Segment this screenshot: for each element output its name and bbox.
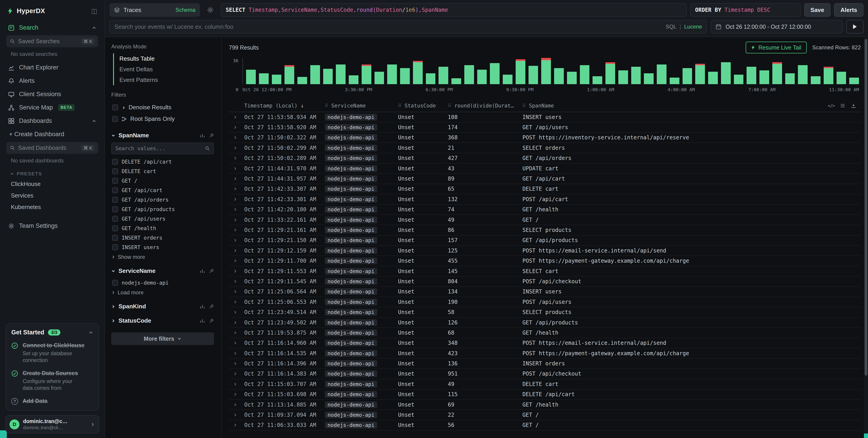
pin-icon[interactable]: [209, 268, 214, 273]
bar-chart-icon[interactable]: [200, 304, 205, 309]
date-range-picker[interactable]: Oct 26 12:00:00 - Oct 27 12:00:00: [711, 20, 843, 33]
lucene-search-input[interactable]: Search your events w/ Lucene ex. column:…: [110, 20, 707, 33]
col-spanname[interactable]: ⠿ SpanName: [520, 103, 828, 109]
histogram-bar[interactable]: [529, 66, 538, 84]
table-row[interactable]: Oct 27 11:33:22.161 AMnodejs-demo-apiUns…: [229, 215, 861, 225]
vertical-scrollbar[interactable]: [864, 37, 868, 438]
row-expand-icon[interactable]: [229, 228, 242, 232]
table-row[interactable]: Oct 27 11:42:20.180 AMnodejs-demo-apiUns…: [229, 205, 861, 215]
table-row[interactable]: Oct 27 11:29:21.161 AMnodejs-demo-apiUns…: [229, 225, 861, 235]
table-row[interactable]: Oct 27 11:16:14.383 AMnodejs-demo-apiUns…: [229, 369, 861, 379]
row-expand-icon[interactable]: [229, 156, 242, 160]
create-dashboard-button[interactable]: + Create Dashboard: [4, 127, 100, 141]
histogram-bar[interactable]: [695, 64, 705, 84]
sidebar-collapse-icon[interactable]: ◫: [91, 7, 97, 15]
filter-option[interactable]: GET /api/orders: [111, 195, 214, 205]
sort-desc-icon[interactable]: ↓: [301, 103, 304, 109]
row-density-icon[interactable]: [840, 103, 845, 108]
row-expand-icon[interactable]: [229, 290, 242, 294]
sidebar-preset-item[interactable]: Services: [4, 190, 100, 201]
row-expand-icon[interactable]: [229, 187, 242, 191]
histogram-bar[interactable]: [477, 70, 487, 84]
get-started-step[interactable]: ? Add Data: [11, 398, 93, 405]
histogram-bar[interactable]: [721, 62, 731, 84]
table-row[interactable]: Oct 27 11:50:02.299 AMnodejs-demo-apiUns…: [229, 143, 861, 153]
row-expand-icon[interactable]: [229, 269, 242, 273]
source-settings-gear-icon[interactable]: [204, 3, 217, 17]
bar-chart-icon[interactable]: [200, 268, 205, 273]
checkbox[interactable]: [112, 105, 118, 110]
mode-results-table[interactable]: Results Table: [114, 53, 214, 64]
denoise-results-toggle[interactable]: ◑ Denoise Results: [111, 101, 214, 113]
checkbox[interactable]: [112, 280, 118, 286]
sidebar-item-client-sessions[interactable]: Client Sessions: [4, 88, 100, 101]
histogram-bar[interactable]: [606, 62, 615, 84]
histogram-bar[interactable]: [272, 75, 282, 84]
table-row[interactable]: Oct 27 11:15:03.707 AMnodejs-demo-apiUns…: [229, 379, 861, 389]
row-expand-icon[interactable]: [229, 125, 242, 129]
table-row[interactable]: Oct 27 11:29:11.700 AMnodejs-demo-apiUns…: [229, 256, 861, 266]
histogram-bar[interactable]: [592, 76, 602, 84]
row-expand-icon[interactable]: [229, 218, 242, 222]
histogram-bar[interactable]: [400, 68, 410, 84]
histogram-bar[interactable]: [413, 61, 423, 84]
table-row[interactable]: Oct 27 11:25:06.553 AMnodejs-demo-apiUns…: [229, 297, 861, 307]
user-menu[interactable]: D dominic.tran@c… dominic.tran@cli…: [5, 415, 99, 434]
checkbox[interactable]: [112, 178, 118, 184]
histogram-bar[interactable]: [837, 72, 846, 84]
source-select[interactable]: Traces Schema: [110, 3, 200, 17]
table-row[interactable]: Oct 27 11:23:49.502 AMnodejs-demo-apiUns…: [229, 318, 861, 328]
saved-dashboards-input[interactable]: Saved Dashboards ⌘ K: [6, 142, 98, 154]
filter-option[interactable]: DELETE cart: [111, 167, 214, 176]
row-expand-icon[interactable]: [229, 177, 242, 181]
get-started-step[interactable]: Connect to ClickHouse Set up your databa…: [11, 342, 93, 364]
col-servicename[interactable]: ⠿ ServiceName: [322, 103, 395, 109]
histogram-bar[interactable]: [246, 70, 256, 84]
histogram-bar[interactable]: [644, 73, 654, 84]
resume-live-tail-button[interactable]: Resume Live Tail: [746, 41, 807, 53]
row-expand-icon[interactable]: [229, 115, 242, 119]
table-row[interactable]: Oct 27 11:50:02.322 AMnodejs-demo-apiUns…: [229, 133, 861, 143]
histogram-bar[interactable]: [657, 64, 666, 84]
bar-chart-icon[interactable]: [200, 133, 205, 138]
checkbox[interactable]: [112, 187, 118, 193]
row-expand-icon[interactable]: [229, 413, 242, 417]
table-row[interactable]: Oct 27 11:53:58.920 AMnodejs-demo-apiUns…: [229, 122, 861, 133]
filter-option[interactable]: GET /api/users: [111, 214, 214, 224]
filter-option[interactable]: GET /api/cart: [111, 185, 214, 195]
row-expand-icon[interactable]: [229, 423, 242, 427]
presets-section-header[interactable]: PRESETS: [4, 168, 100, 178]
col-timestamp[interactable]: Timestamp (Local) ↓: [242, 103, 322, 109]
saved-searches-input[interactable]: Saved Searches ⌘ K: [6, 35, 98, 47]
histogram-bar[interactable]: [438, 67, 448, 84]
histogram-bar[interactable]: [374, 72, 384, 84]
histogram-bar[interactable]: [541, 58, 551, 84]
row-expand-icon[interactable]: [229, 372, 242, 376]
checkbox[interactable]: [112, 235, 118, 241]
drag-handle-icon[interactable]: ⠿: [325, 103, 328, 108]
histogram-bar[interactable]: [554, 68, 564, 84]
scrollbar-thumb[interactable]: [865, 39, 867, 376]
checkbox[interactable]: [112, 197, 118, 203]
table-row[interactable]: Oct 27 11:29:12.159 AMnodejs-demo-apiUns…: [229, 246, 861, 256]
filter-values-search-input[interactable]: Search values...: [111, 143, 214, 154]
chevron-up-icon[interactable]: [89, 330, 93, 335]
histogram-bar[interactable]: [426, 73, 436, 84]
histogram-bar[interactable]: [618, 70, 628, 84]
more-filters-button[interactable]: More filters: [111, 332, 214, 345]
histogram-bar[interactable]: [349, 75, 359, 84]
table-row[interactable]: Oct 27 11:09:37.094 AMnodejs-demo-apiUns…: [229, 410, 861, 420]
histogram-bar[interactable]: [849, 78, 859, 84]
lang-lucene[interactable]: Lucene: [684, 24, 702, 30]
row-expand-icon[interactable]: [229, 321, 242, 325]
table-row[interactable]: Oct 27 11:16:14.396 AMnodejs-demo-apiUns…: [229, 358, 861, 369]
row-expand-icon[interactable]: [229, 249, 242, 253]
histogram-bar[interactable]: [464, 65, 474, 84]
show-more-button[interactable]: Show more: [111, 252, 214, 260]
table-row[interactable]: Oct 27 11:25:06.564 AMnodejs-demo-apiUns…: [229, 287, 861, 297]
run-query-button[interactable]: [846, 20, 864, 33]
row-expand-icon[interactable]: [229, 310, 242, 314]
sidebar-item-alerts[interactable]: Alerts: [4, 74, 100, 88]
table-row[interactable]: Oct 27 11:19:53.875 AMnodejs-demo-apiUns…: [229, 328, 861, 338]
filter-option[interactable]: INSERT orders: [111, 233, 214, 242]
